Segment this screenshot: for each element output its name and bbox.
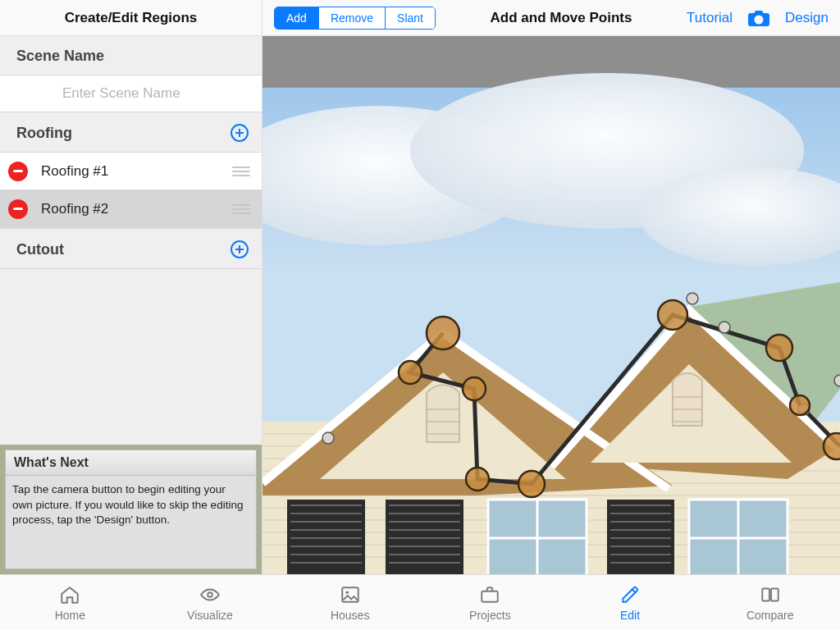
svg-point-77 — [208, 592, 212, 597]
tab-home[interactable]: Home — [0, 575, 140, 630]
svg-rect-80 — [482, 591, 499, 601]
mode-slant-button[interactable]: Slant — [385, 7, 435, 29]
design-link[interactable]: Design — [785, 10, 829, 26]
svg-rect-81 — [762, 588, 769, 600]
eye-icon — [199, 584, 221, 605]
tab-bar: Home Visualize Houses Projects Edit Comp… — [0, 574, 840, 630]
scene-name-label: Scene Name — [16, 48, 104, 65]
region-label: Roofing #1 — [41, 163, 232, 180]
editor-canvas[interactable] — [262, 36, 840, 574]
cutout-header: Cutout — [0, 228, 262, 269]
tab-label: Visualize — [187, 609, 233, 622]
svg-point-75 — [790, 395, 810, 415]
tab-projects[interactable]: Projects — [420, 575, 560, 630]
plus-icon[interactable] — [231, 124, 249, 142]
whats-next-title: What's Next — [5, 450, 257, 476]
camera-icon[interactable] — [747, 9, 770, 27]
svg-rect-82 — [771, 588, 778, 600]
editor-title: Add and Move Points — [491, 10, 632, 26]
svg-rect-78 — [342, 587, 358, 601]
tab-compare[interactable]: Compare — [700, 575, 840, 630]
roofing-label: Roofing — [16, 125, 72, 142]
scene-name-field[interactable] — [0, 75, 262, 112]
plus-icon[interactable] — [231, 240, 249, 258]
image-icon — [340, 584, 361, 605]
svg-point-73 — [658, 300, 687, 330]
minus-icon[interactable] — [8, 199, 28, 219]
drag-handle-icon[interactable] — [232, 204, 250, 214]
tab-visualize[interactable]: Visualize — [140, 575, 281, 630]
svg-point-70 — [463, 377, 486, 400]
roofing-header: Roofing — [0, 112, 262, 153]
svg-point-72 — [518, 471, 545, 497]
mode-remove-button[interactable]: Remove — [318, 7, 385, 29]
editor-pane: Add Remove Slant Add and Move Points Tut… — [262, 0, 840, 574]
region-row[interactable]: Roofing #1 — [0, 153, 262, 190]
sidebar: Create/Edit Regions Scene Name Roofing R… — [0, 0, 262, 574]
drag-handle-icon[interactable] — [232, 167, 250, 176]
svg-point-63 — [322, 432, 334, 444]
region-row[interactable]: Roofing #2 — [0, 190, 262, 228]
svg-point-68 — [427, 317, 459, 349]
svg-point-74 — [766, 335, 792, 361]
sidebar-title: Create/Edit Regions — [0, 0, 262, 36]
tab-houses[interactable]: Houses — [280, 575, 420, 630]
whats-next-body: Tap the camera button to begin editing y… — [5, 476, 257, 569]
tab-label: Edit — [620, 609, 640, 622]
whats-next-panel: What's Next Tap the camera button to beg… — [0, 445, 262, 574]
edit-icon — [619, 584, 641, 605]
svg-point-67 — [834, 375, 840, 386]
tutorial-link[interactable]: Tutorial — [687, 10, 733, 26]
tab-edit[interactable]: Edit — [560, 575, 701, 630]
svg-point-64 — [687, 293, 698, 304]
scene-name-header: Scene Name — [0, 36, 262, 75]
svg-point-76 — [824, 433, 840, 459]
cutout-label: Cutout — [16, 241, 64, 258]
svg-point-69 — [399, 361, 422, 384]
scene-name-row — [0, 75, 262, 112]
briefcase-icon — [479, 584, 500, 605]
svg-point-79 — [345, 591, 348, 593]
mode-segmented-control: Add Remove Slant — [274, 7, 436, 30]
region-label: Roofing #2 — [41, 201, 232, 217]
tab-label: Projects — [469, 609, 511, 622]
home-icon — [59, 584, 80, 605]
svg-point-71 — [466, 468, 489, 491]
compare-icon — [760, 584, 781, 605]
svg-point-65 — [719, 322, 730, 333]
editor-header: Add Remove Slant Add and Move Points Tut… — [262, 0, 840, 36]
mode-add-button[interactable]: Add — [275, 7, 318, 29]
tab-label: Home — [55, 609, 85, 622]
tab-label: Houses — [331, 609, 369, 622]
tab-label: Compare — [746, 609, 794, 622]
minus-icon[interactable] — [8, 162, 28, 181]
